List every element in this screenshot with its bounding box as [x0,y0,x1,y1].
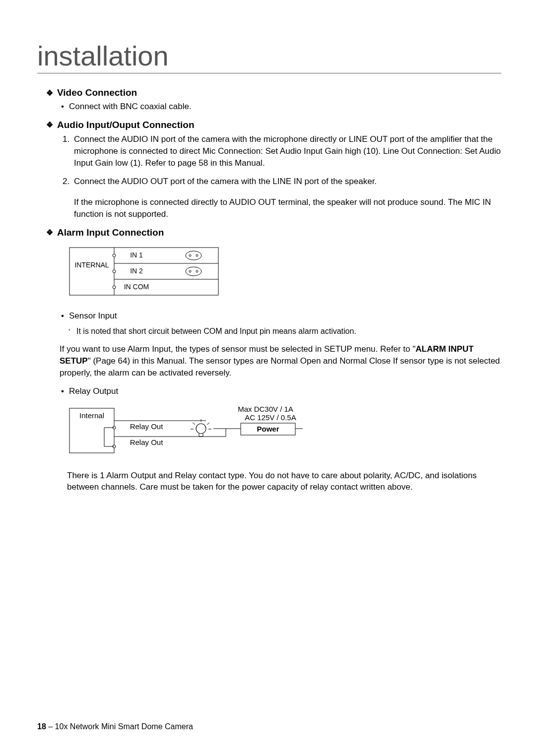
label-in2: IN 2 [130,267,143,275]
label-relay1: Relay Out [130,422,164,431]
sensor-icon [186,267,201,276]
label-internal: Internal [79,411,104,420]
page-footer: 18 – 10x Network Mini Smart Dome Camera [37,722,193,731]
sensor-subnote: It is noted that short circuit between C… [68,326,501,337]
label-relay2: Relay Out [130,438,164,446]
item-text: If the microphone is connected directly … [74,197,491,219]
svg-point-21 [196,424,206,434]
list-item: Sensor Input [61,311,501,322]
audio-numbered-list: Connect the AUDIO IN port of the camera … [72,133,501,220]
heading-text: Audio Input/Ouput Connection [57,120,195,130]
label-max2: AC 125V / 0.5A [245,413,296,422]
svg-point-9 [196,254,198,256]
svg-line-24 [207,423,209,425]
heading-text: Alarm Input Connection [57,227,164,238]
relay-output-diagram: Internal Relay Out Relay Out Power Max D… [67,404,305,459]
svg-point-4 [113,254,116,257]
label-incom: IN COM [124,283,149,291]
svg-point-7 [186,251,201,260]
svg-line-23 [193,423,195,425]
item-text: Connect the AUDIO OUT port of the camera… [74,177,377,186]
list-item: Relay Output [61,386,501,397]
svg-point-6 [113,286,116,289]
video-bullet-list: Connect with BNC coaxial cable. [61,101,501,113]
label-internal: INTERNAL [74,261,109,269]
page-number: 18 [37,722,46,731]
para-text: " (Page 64) in this Manual. The sensor t… [60,356,500,378]
label-in1: IN 1 [130,251,143,259]
heading-text: Video Connection [57,87,137,98]
footer-sep: – [46,722,55,731]
list-item: Connect the AUDIO OUT port of the camera… [72,176,501,220]
relay-paragraph: There is 1 Alarm Output and Relay contac… [67,470,501,494]
heading-alarm-connection: Alarm Input Connection [46,227,501,238]
label-max1: Max DC30V / 1A [238,405,293,413]
svg-point-8 [189,254,191,256]
lightbulb-icon [191,419,211,437]
list-item: Connect the AUDIO IN port of the camera … [72,133,501,169]
heading-video-connection: Video Connection [46,87,501,98]
para-text: If you want to use Alarm Input, the type… [60,344,415,354]
svg-point-5 [113,270,116,273]
label-power: Power [257,425,279,433]
page-title: installation [37,40,501,73]
heading-audio-connection: Audio Input/Ouput Connection [46,120,501,130]
alarm-input-diagram: INTERNAL IN 1 IN 2 IN COM [67,245,226,300]
alarm-setup-paragraph: If you want to use Alarm Input, the type… [60,343,501,378]
svg-point-10 [186,267,201,276]
footer-product: 10x Network Mini Smart Dome Camera [55,722,193,731]
svg-point-11 [189,270,191,272]
sensor-bullet-list: Sensor Input [61,311,501,322]
list-item: Connect with BNC coaxial cable. [61,101,501,113]
svg-point-12 [196,270,198,272]
sensor-icon [186,251,201,260]
relay-bullet-list: Relay Output [61,386,501,397]
